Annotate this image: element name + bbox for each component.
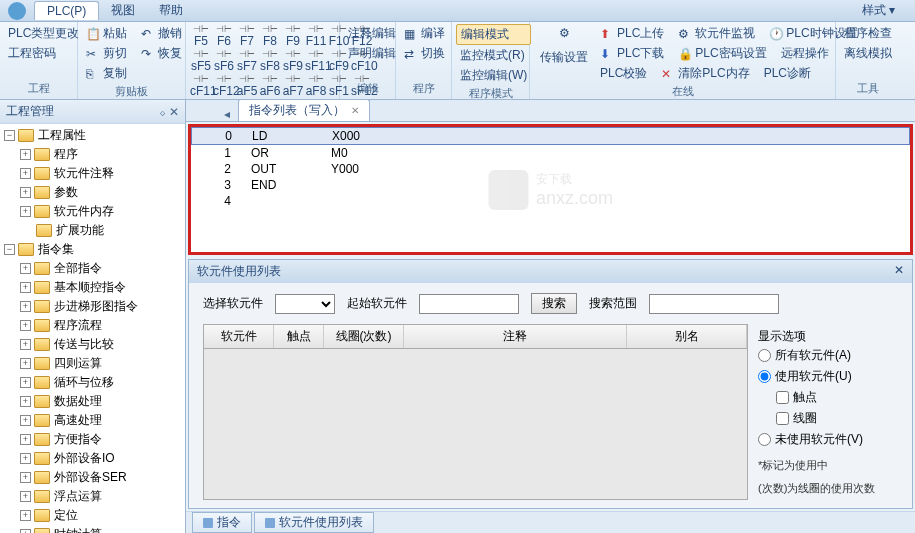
ladder-symbol-button[interactable]: ⊣⊢aF6: [259, 74, 281, 98]
ladder-symbol-button[interactable]: ⊣⊢sF11: [305, 49, 327, 73]
ladder-symbol-button[interactable]: ⊣⊢F7: [236, 24, 258, 48]
tree-toggle-icon[interactable]: −: [4, 244, 15, 255]
undo-button[interactable]: ↶撤销: [137, 24, 186, 43]
tree-toggle-icon[interactable]: +: [20, 168, 31, 179]
tree-node-root2[interactable]: −指令集: [2, 240, 183, 259]
tab-instruction-list[interactable]: 指令列表（写入）✕: [238, 99, 370, 121]
tree-node-m8[interactable]: +数据处理: [2, 392, 183, 411]
tree-node-m10[interactable]: +方便指令: [2, 430, 183, 449]
opt-unused-radio[interactable]: [758, 433, 771, 446]
program-check-button[interactable]: 程序检查: [840, 24, 896, 43]
tree-toggle-icon[interactable]: +: [20, 396, 31, 407]
monitor-mode-button[interactable]: 监控模式(R): [456, 46, 531, 65]
tree-node-m3[interactable]: +步进梯形图指令: [2, 297, 183, 316]
paste-button[interactable]: 📋粘贴: [82, 24, 131, 43]
ladder-symbol-button[interactable]: ⊣⊢F9: [282, 24, 304, 48]
tree-node-m14[interactable]: +定位: [2, 506, 183, 525]
ladder-symbol-button[interactable]: ⊣⊢sF8: [259, 49, 281, 73]
tree-toggle-icon[interactable]: +: [20, 206, 31, 217]
select-device-dropdown[interactable]: [275, 294, 335, 314]
search-range-input[interactable]: [649, 294, 779, 314]
plc-download-button[interactable]: ⬇PLC下载: [596, 44, 668, 63]
tree-node-m11[interactable]: +外部设备IO: [2, 449, 183, 468]
remote-op-button[interactable]: 远程操作: [777, 44, 833, 63]
tree-node-root1[interactable]: −工程属性: [2, 126, 183, 145]
tree-toggle-icon[interactable]: +: [20, 263, 31, 274]
usage-table[interactable]: 软元件 触点 线圈(次数) 注释 别名: [203, 324, 748, 500]
menu-help[interactable]: 帮助: [147, 0, 195, 21]
comment-edit-button[interactable]: 注释编辑: [344, 24, 400, 43]
tree-toggle-icon[interactable]: +: [20, 358, 31, 369]
tree-node-m9[interactable]: +高速处理: [2, 411, 183, 430]
ladder-symbol-button[interactable]: ⊣⊢aF8: [305, 74, 327, 98]
tree-node-n4[interactable]: +软元件内存: [2, 202, 183, 221]
tree-toggle-icon[interactable]: +: [20, 377, 31, 388]
ladder-symbol-button[interactable]: ⊣⊢aF7: [282, 74, 304, 98]
ladder-symbol-button[interactable]: ⊣⊢F6: [213, 24, 235, 48]
tree-toggle-icon[interactable]: +: [20, 510, 31, 521]
plc-type-change-button[interactable]: PLC类型更改: [4, 24, 83, 43]
tree-node-n3[interactable]: +参数: [2, 183, 183, 202]
clear-plc-mem-button[interactable]: ✕清除PLC内存: [657, 64, 753, 83]
tree-node-m6[interactable]: +四则运算: [2, 354, 183, 373]
tree-toggle-icon[interactable]: +: [20, 472, 31, 483]
menu-view[interactable]: 视图: [99, 0, 147, 21]
project-tree[interactable]: −工程属性+程序+软元件注释+参数+软元件内存扩展功能−指令集+全部指令+基本顺…: [0, 124, 185, 533]
tab-close-icon[interactable]: ✕: [351, 105, 359, 116]
monitor-edit-button[interactable]: 监控编辑(W): [456, 66, 531, 85]
tree-node-n5[interactable]: 扩展功能: [2, 221, 183, 240]
code-line[interactable]: 2OUTY000: [191, 161, 910, 177]
tree-toggle-icon[interactable]: +: [20, 187, 31, 198]
plc-upload-button[interactable]: ⬆PLC上传: [596, 24, 668, 43]
tree-toggle-icon[interactable]: +: [20, 301, 31, 312]
ladder-symbol-button[interactable]: ⊣⊢F11: [305, 24, 327, 48]
cut-button[interactable]: ✂剪切: [82, 44, 131, 63]
ladder-symbol-button[interactable]: ⊣⊢sF5: [190, 49, 212, 73]
opt-contact-check[interactable]: [776, 391, 789, 404]
tree-toggle-icon[interactable]: +: [20, 320, 31, 331]
usage-close-icon[interactable]: ✕: [894, 263, 904, 280]
tree-node-m15[interactable]: +时钟计算: [2, 525, 183, 533]
tree-toggle-icon[interactable]: +: [20, 434, 31, 445]
tree-toggle-icon[interactable]: +: [20, 491, 31, 502]
plc-password-button[interactable]: 🔒PLC密码设置: [674, 44, 770, 63]
tree-node-m13[interactable]: +浮点运算: [2, 487, 183, 506]
edit-mode-button[interactable]: 编辑模式: [456, 24, 531, 45]
ladder-symbol-button[interactable]: ⊣⊢F5: [190, 24, 212, 48]
tree-toggle-icon[interactable]: +: [20, 453, 31, 464]
tree-node-m5[interactable]: +传送与比较: [2, 335, 183, 354]
tree-node-m2[interactable]: +基本顺控指令: [2, 278, 183, 297]
ladder-symbol-button[interactable]: ⊣⊢cF11: [190, 74, 212, 98]
start-device-input[interactable]: [419, 294, 519, 314]
bottom-tab-instruction[interactable]: 指令: [192, 512, 252, 533]
copy-button[interactable]: ⎘复制: [82, 64, 186, 83]
tree-toggle-icon[interactable]: +: [20, 529, 31, 533]
ladder-symbol-button[interactable]: ⊣⊢sF9: [282, 49, 304, 73]
tree-node-m4[interactable]: +程序流程: [2, 316, 183, 335]
tree-toggle-icon[interactable]: +: [20, 339, 31, 350]
ladder-symbol-button[interactable]: ⊣⊢cF12: [213, 74, 235, 98]
tree-pin-icon[interactable]: ⬦ ✕: [159, 105, 179, 119]
tree-node-n1[interactable]: +程序: [2, 145, 183, 164]
tree-toggle-icon[interactable]: +: [20, 282, 31, 293]
opt-used-radio[interactable]: [758, 370, 771, 383]
tree-node-n2[interactable]: +软元件注释: [2, 164, 183, 183]
app-icon[interactable]: [8, 2, 26, 20]
plc-verify-button[interactable]: PLC校验: [596, 64, 651, 83]
opt-coil-check[interactable]: [776, 412, 789, 425]
code-line[interactable]: 3END: [191, 177, 910, 193]
code-line[interactable]: 4: [191, 193, 910, 209]
offline-sim-button[interactable]: 离线模拟: [840, 44, 896, 63]
statement-edit-button[interactable]: 声明编辑: [344, 44, 400, 63]
code-line[interactable]: 0LDX000: [191, 127, 910, 145]
opt-all-radio[interactable]: [758, 349, 771, 362]
project-password-button[interactable]: 工程密码: [4, 44, 83, 63]
device-monitor-button[interactable]: ⚙软元件监视: [674, 24, 759, 43]
transfer-settings-button[interactable]: ⚙传输设置: [534, 24, 594, 68]
ladder-symbol-button[interactable]: ⊣⊢F8: [259, 24, 281, 48]
search-button[interactable]: 搜索: [531, 293, 577, 314]
ladder-symbol-button[interactable]: ⊣⊢sF6: [213, 49, 235, 73]
toggle-button[interactable]: ⇄切换: [400, 44, 449, 63]
tree-node-m1[interactable]: +全部指令: [2, 259, 183, 278]
redo-button[interactable]: ↷恢复: [137, 44, 186, 63]
